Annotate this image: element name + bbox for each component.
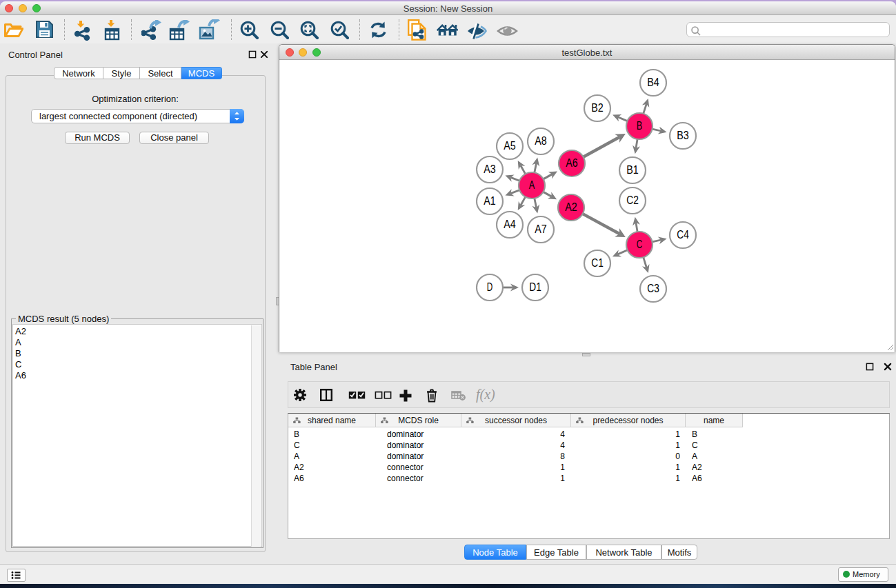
svg-text:A3: A3 (484, 163, 496, 175)
svg-text:A6: A6 (566, 157, 578, 169)
svg-text:C4: C4 (677, 229, 689, 241)
svg-text:A7: A7 (535, 223, 547, 235)
svg-text:D1: D1 (529, 281, 541, 293)
svg-text:A5: A5 (504, 140, 516, 152)
svg-text:C1: C1 (591, 257, 604, 269)
svg-text:A2: A2 (565, 201, 577, 213)
svg-text:C3: C3 (647, 283, 659, 294)
svg-text:A1: A1 (484, 195, 496, 207)
svg-text:B3: B3 (677, 130, 689, 141)
svg-text:B: B (637, 120, 643, 132)
svg-text:D: D (487, 281, 493, 293)
svg-text:B2: B2 (591, 102, 604, 114)
svg-text:A: A (529, 179, 535, 191)
svg-text:A8: A8 (535, 135, 547, 147)
svg-text:A4: A4 (504, 219, 516, 230)
svg-text:B4: B4 (647, 77, 659, 88)
svg-text:C2: C2 (626, 194, 639, 206)
svg-text:C: C (637, 239, 643, 250)
svg-text:B1: B1 (626, 164, 639, 176)
